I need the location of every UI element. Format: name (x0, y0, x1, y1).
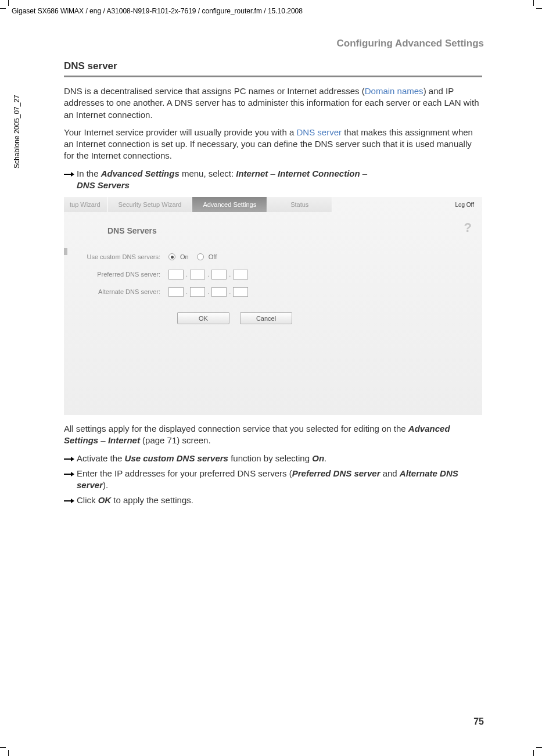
radio-on-label: On (180, 253, 189, 260)
arrow-icon (64, 169, 77, 192)
p3-dash: – (98, 435, 108, 445)
b1-dash2: – (360, 169, 368, 178)
paragraph-1: DNS is a decentralised service that assi… (64, 85, 482, 121)
b4-b1: OK (98, 495, 112, 505)
step-click-ok: Click OK to apply the settings. (64, 495, 482, 506)
b2-end: . (324, 453, 326, 463)
alternate-dns-2[interactable] (190, 287, 205, 297)
panel-title: DNS Servers (107, 226, 157, 235)
b2-b2: On (312, 453, 324, 463)
ok-button[interactable]: OK (177, 312, 229, 324)
radio-on[interactable] (168, 253, 175, 260)
arrow-icon (64, 453, 77, 465)
b4-pre: Click (77, 495, 98, 505)
b1-dns: DNS Servers (77, 180, 130, 190)
tab-security-wizard[interactable]: Security Setup Wizard (108, 197, 193, 212)
p2-text-a: Your Internet service provider will usua… (64, 127, 296, 137)
b3-end: ). (103, 480, 108, 490)
row-preferred-dns: Preferred DNS server: . . . (64, 266, 482, 283)
b1-internet: Internet (236, 169, 268, 178)
b3-mid: and (380, 468, 399, 478)
help-icon[interactable]: ? (464, 220, 472, 235)
p3-b2: Internet (108, 435, 140, 445)
step-activate: Activate the Use custom DNS servers func… (64, 453, 482, 464)
link-dns-server[interactable]: DNS server (296, 127, 342, 137)
b4-end: to apply the settings. (111, 495, 193, 505)
alternate-dns-3[interactable] (211, 287, 227, 297)
tab-advanced-settings[interactable]: Advanced Settings (192, 197, 267, 212)
section-title: DNS server (64, 60, 482, 77)
cancel-button[interactable]: Cancel (240, 312, 292, 324)
b3-pre: Enter the IP addresses for your preferre… (77, 468, 292, 478)
tab-status[interactable]: Status (267, 197, 332, 212)
paragraph-2: Your Internet service provider will usua… (64, 127, 482, 162)
b3-b1: Preferred DNS server (292, 468, 381, 478)
logoff-link[interactable]: Log Off (455, 202, 482, 208)
b1-mid: menu, select: (180, 169, 236, 178)
b2-pre: Activate the (77, 453, 125, 463)
p3-a: All settings apply for the displayed con… (64, 424, 408, 433)
preferred-dns-2[interactable] (190, 270, 205, 280)
page-number: 75 (473, 716, 484, 727)
radio-off-label: Off (209, 253, 217, 260)
b1-pre: In the (77, 169, 101, 178)
step-menu-path: In the Advanced Settings menu, select: I… (64, 168, 482, 192)
b2-b1: Use custom DNS servers (125, 453, 228, 463)
b1-advanced: Advanced Settings (101, 169, 180, 178)
router-ui-screenshot: tup Wizard Security Setup Wizard Advance… (64, 197, 482, 415)
tab-setup-wizard[interactable]: tup Wizard (64, 197, 108, 212)
arrow-icon (64, 468, 77, 492)
breadcrumb: Configuring Advanced Settings (337, 38, 484, 49)
preferred-dns-4[interactable] (233, 270, 248, 280)
b1-dash1: – (268, 169, 278, 178)
p1-text-a: DNS is a decentralised service that assi… (64, 86, 365, 96)
template-stamp: Schablone 2005_07_27 (13, 95, 21, 169)
alternate-dns-1[interactable] (168, 287, 184, 297)
link-domain-names[interactable]: Domain names (365, 86, 423, 96)
paragraph-3: All settings apply for the displayed con… (64, 423, 482, 447)
preferred-dns-1[interactable] (168, 270, 184, 280)
label-alternate-dns: Alternate DNS server: (64, 288, 168, 295)
doc-path: Gigaset SX686 WiMAX / eng / A31008-N919-… (12, 7, 303, 15)
b1-conn: Internet Connection (278, 169, 360, 178)
row-custom-dns: Use custom DNS servers: On Off (64, 248, 482, 266)
label-custom-dns: Use custom DNS servers: (64, 253, 168, 260)
arrow-icon (64, 495, 77, 507)
p3-c: (page 71) screen. (140, 435, 211, 445)
radio-off[interactable] (197, 253, 204, 260)
alternate-dns-4[interactable] (233, 287, 248, 297)
preferred-dns-3[interactable] (211, 270, 227, 280)
tab-bar: tup Wizard Security Setup Wizard Advance… (64, 197, 482, 212)
step-enter-ip: Enter the IP addresses for your preferre… (64, 468, 482, 492)
b2-mid: function by selecting (228, 453, 312, 463)
label-preferred-dns: Preferred DNS server: (64, 271, 168, 278)
row-alternate-dns: Alternate DNS server: . . . (64, 283, 482, 300)
